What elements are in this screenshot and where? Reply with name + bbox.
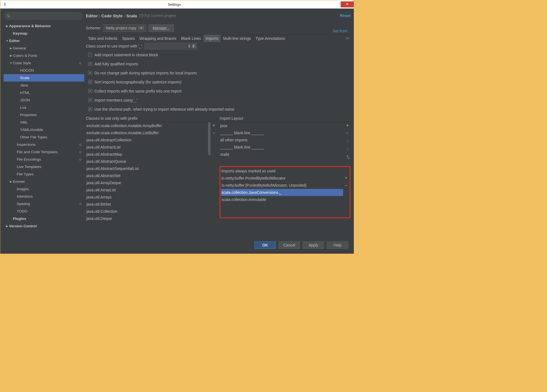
tab[interactable]: Multi-line strings [221,35,253,42]
sidebar-item[interactable]: ▶Version Control [4,222,84,230]
sidebar-item[interactable]: YAML/Ansible [4,126,84,133]
sidebar-item[interactable]: ▼Editor [4,37,84,44]
checkbox[interactable]: ✓ [88,62,92,66]
sidebar-item[interactable]: Other File Types [4,133,84,141]
sidebar-item[interactable]: ▶Appearance & Behavior [4,22,84,30]
tab-overflow-icon[interactable]: ▾≡ [346,37,349,40]
close-button[interactable]: ✕ [341,1,354,7]
set-from-link[interactable]: Set from... [333,29,350,33]
sidebar-item[interactable]: ▶General [4,44,84,52]
remove-icon[interactable]: − [345,131,350,136]
tab[interactable]: Wrapping and Braces [137,35,179,42]
dialog-footer: OK Cancel Apply Help [4,237,350,250]
checkbox[interactable]: ✓ [88,71,92,75]
list-item[interactable]: java.util.AbstractList [86,144,208,151]
move-up-icon[interactable]: ↑ [345,139,350,144]
tab[interactable]: Spaces [120,35,138,42]
sidebar-item[interactable]: HTML [4,89,84,96]
sidebar-item[interactable]: File Encodings⧉ [4,156,84,163]
list-item[interactable]: java.util.Collection [86,208,208,215]
checkbox[interactable]: ✓ [88,107,92,111]
sidebar-item[interactable]: Properties [4,111,84,119]
checkbox[interactable]: ✓ [88,98,92,102]
sidebar-item[interactable]: Scala [4,74,84,82]
list-item[interactable]: scala [220,151,344,158]
list-item[interactable]: scala.collection.immutable [221,196,343,203]
list-item[interactable]: exclude:scala.collection.mutable.ListBuf… [86,129,208,136]
class-count-spinner[interactable]: 5 ▲▼ [145,43,197,49]
checkbox-row[interactable]: ✓Use the shortest path, when trying to i… [86,105,350,114]
sidebar-item[interactable]: Spelling⧉ [4,200,84,208]
tab[interactable]: Blank Lines [179,35,203,42]
list-item[interactable]: java.util.AbstractMap [86,151,208,158]
add-blank-line-icon[interactable]: +\n [345,154,350,159]
list-item[interactable]: java.util.AbstractSet [86,172,208,179]
import-layout-list[interactable]: java______ blank line ______all other im… [220,122,344,163]
checkbox[interactable] [88,53,92,57]
list-item[interactable]: io.netty.buffer.{PooledByteBufAllocator,… [221,182,343,189]
titlebar: ƛ Settings ✕ [0,0,354,9]
list-item[interactable]: java.util.AbstractCollection [86,136,208,144]
checkbox-row[interactable]: Add import statement in closest block [86,50,350,59]
list-item[interactable]: scala.collection.JavaConversions._ [221,189,343,196]
sidebar-item[interactable]: File Types [4,170,84,178]
list-item[interactable]: exclude:scala.collection.mutable.ArrayBu… [86,122,208,129]
scheme-dropdown[interactable]: Netty project copy▼ [103,24,146,32]
sidebar-item[interactable]: HOCON [4,67,84,74]
list-item[interactable]: ______ blank line ______ [220,129,344,136]
list-item[interactable]: java [220,122,344,129]
list-item[interactable]: java.util.AbstractSequentialList [86,165,208,172]
apply-button[interactable]: Apply [303,241,324,249]
add-icon[interactable]: + [211,123,216,128]
settings-tree[interactable]: ▶Appearance & BehaviorKeymap▼Editor▶Gene… [4,22,84,237]
checkbox-row[interactable]: ✓Sort imports lexicographically (for opt… [86,77,350,86]
list-item[interactable]: java.util.Deque [86,215,208,222]
sidebar-item[interactable]: Live Templates [4,163,84,170]
sidebar-item[interactable]: ▼Code Style⧉ [4,59,84,67]
list-item[interactable]: ______ blank line ______ [220,144,344,151]
sidebar-item[interactable]: JSON [4,96,84,104]
sidebar-item[interactable]: Keymap [4,30,84,37]
checkbox-row[interactable]: ✓Add fully qualified imports [86,59,350,68]
remove-icon[interactable]: − [211,131,216,136]
prefix-list[interactable]: exclude:scala.collection.mutable.ArrayBu… [86,122,208,237]
add-icon[interactable]: + [345,123,350,128]
checkbox-row[interactable]: ✓Collect imports with the same prefix in… [86,86,350,96]
checkbox[interactable]: ✓ [88,89,92,93]
reset-link[interactable]: Reset [340,13,350,18]
checkbox-row[interactable]: ✓Do not change path during optimize impo… [86,68,350,77]
sidebar-item[interactable]: Lua [4,104,84,111]
sidebar-item[interactable]: ▶Emmet [4,178,84,185]
search-input[interactable] [4,12,83,19]
list-item[interactable]: java.util.ArrayDeque [86,179,208,186]
sidebar-item[interactable]: File and Code Templates⧉ [4,148,84,156]
list-item[interactable]: java.util.ArrayList [86,186,208,194]
sidebar-item[interactable]: Plugins [4,215,84,222]
checkbox-row[interactable]: ✓Import members using '_' [86,96,350,105]
list-item[interactable]: all other imports [220,136,344,144]
tab[interactable]: Type Annotations [253,35,287,42]
move-down-icon[interactable]: ↓ [345,146,350,151]
sidebar-item[interactable]: XML [4,119,84,126]
tab[interactable]: Tabs and Indents [86,35,120,42]
list-item[interactable]: java.util.AbstractQueue [86,158,208,165]
manage-button[interactable]: Manage... [148,24,174,32]
list-item[interactable]: java.util.BitSet [86,201,208,208]
sidebar-item[interactable]: Inspections⧉ [4,141,84,148]
scrollbar[interactable] [208,122,211,237]
list-item[interactable]: java.util.Arrays [86,194,208,201]
sidebar-item[interactable]: Images [4,185,84,193]
remove-icon[interactable]: − [344,183,349,188]
checkbox[interactable]: ✓ [88,80,92,84]
help-button[interactable]: Help [327,241,348,249]
tab[interactable]: Imports [203,35,221,42]
ok-button[interactable]: OK [254,241,276,249]
list-item[interactable]: io.netty.buffer.PooledByteBufAllocator [221,175,343,182]
sidebar-item[interactable]: Intentions [4,193,84,200]
cancel-button[interactable]: Cancel [279,241,300,249]
imports-always-used-list[interactable]: io.netty.buffer.PooledByteBufAllocatorio… [221,175,343,217]
sidebar-item[interactable]: ▶Colors & Fonts [4,52,84,59]
add-icon[interactable]: + [344,176,349,181]
sidebar-item[interactable]: TODO [4,208,84,215]
sidebar-item[interactable]: Java [4,82,84,89]
